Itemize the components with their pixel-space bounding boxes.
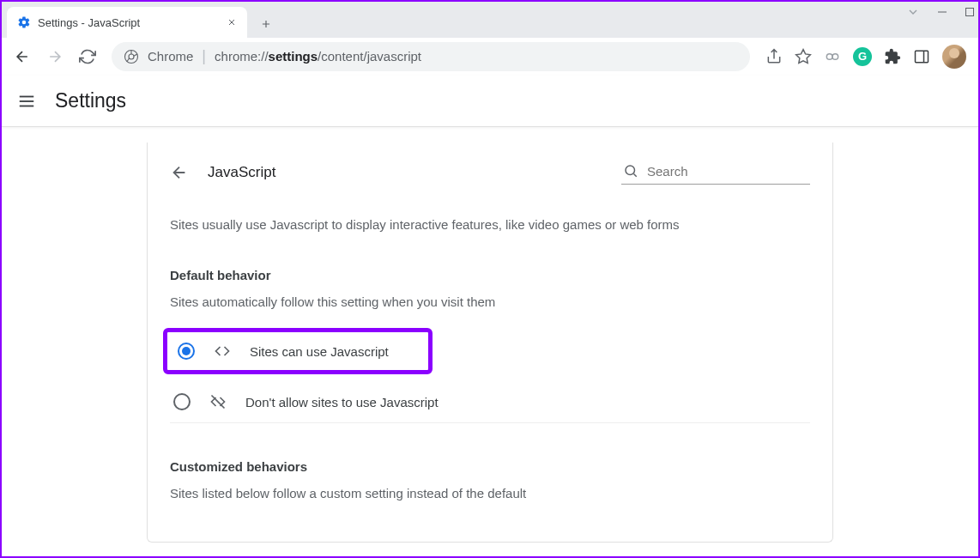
panel-title: JavaScript: [208, 164, 275, 181]
back-arrow-icon[interactable]: [170, 163, 189, 182]
omnibox-separator: |: [202, 47, 206, 65]
default-behavior-title: Default behavior: [170, 268, 810, 282]
window-controls: [906, 5, 975, 19]
share-icon[interactable]: [765, 48, 783, 65]
link-icon[interactable]: [824, 48, 841, 65]
profile-avatar[interactable]: [942, 45, 966, 69]
omnibox-url: chrome://settings/content/javascript: [215, 49, 421, 64]
radio-button-selected[interactable]: [178, 343, 195, 360]
radio-allow-label: Sites can use Javascript: [250, 344, 389, 359]
address-bar[interactable]: Chrome | chrome://settings/content/javas…: [112, 42, 750, 71]
settings-title: Settings: [55, 89, 126, 112]
grammarly-icon[interactable]: G: [853, 47, 872, 66]
custom-behaviors-sub: Sites listed below follow a custom setti…: [170, 486, 810, 500]
bookmark-icon[interactable]: [795, 48, 812, 65]
settings-panel: JavaScript Sites usually use Javascript …: [147, 143, 833, 543]
menu-icon[interactable]: [17, 92, 36, 111]
minimize-icon[interactable]: [937, 7, 947, 17]
back-button[interactable]: [9, 43, 36, 70]
tab-strip: Settings - JavaScript: [2, 2, 978, 38]
reload-button[interactable]: [74, 43, 101, 70]
custom-behaviors-title: Customized behaviors: [170, 459, 810, 474]
code-blocked-icon: [209, 393, 227, 410]
radio-button-unselected[interactable]: [173, 393, 191, 410]
svg-line-12: [633, 173, 636, 176]
forward-button[interactable]: [41, 43, 69, 70]
panel-description: Sites usually use Javascript to display …: [170, 217, 810, 232]
panel-head: JavaScript: [170, 160, 810, 185]
highlight-box: Sites can use Javascript: [163, 328, 433, 374]
default-behavior-sub: Sites automatically follow this setting …: [170, 294, 810, 309]
radio-block-label: Don't allow sites to use Javascript: [245, 395, 439, 409]
browser-toolbar: Chrome | chrome://settings/content/javas…: [2, 38, 978, 76]
gear-icon: [17, 15, 31, 29]
omnibox-host: Chrome: [148, 49, 193, 64]
sidepanel-icon[interactable]: [913, 48, 930, 65]
svg-point-4: [826, 53, 832, 59]
svg-rect-1: [966, 9, 974, 16]
content-wrap: JavaScript Sites usually use Javascript …: [2, 127, 978, 543]
chrome-icon: [124, 49, 139, 64]
svg-point-11: [626, 166, 635, 175]
extensions-icon[interactable]: [884, 48, 901, 65]
code-icon: [214, 343, 231, 360]
svg-rect-6: [916, 51, 929, 62]
radio-allow-js[interactable]: Sites can use Javascript: [169, 334, 426, 368]
search-input[interactable]: [647, 164, 810, 179]
close-tab-icon[interactable]: [227, 17, 237, 27]
browser-tab[interactable]: Settings - JavaScript: [7, 7, 247, 38]
svg-point-5: [832, 53, 838, 59]
tab-title: Settings - JavaScript: [38, 16, 140, 29]
radio-block-js[interactable]: Don't allow sites to use Javascript: [170, 381, 810, 423]
chevron-down-icon[interactable]: [906, 5, 920, 19]
settings-header: Settings: [2, 76, 978, 127]
svg-line-13: [212, 396, 225, 409]
settings-search[interactable]: [621, 160, 810, 185]
search-icon: [623, 163, 638, 179]
new-tab-button[interactable]: [252, 10, 280, 38]
maximize-icon[interactable]: [965, 7, 975, 17]
toolbar-actions: G: [760, 45, 971, 69]
